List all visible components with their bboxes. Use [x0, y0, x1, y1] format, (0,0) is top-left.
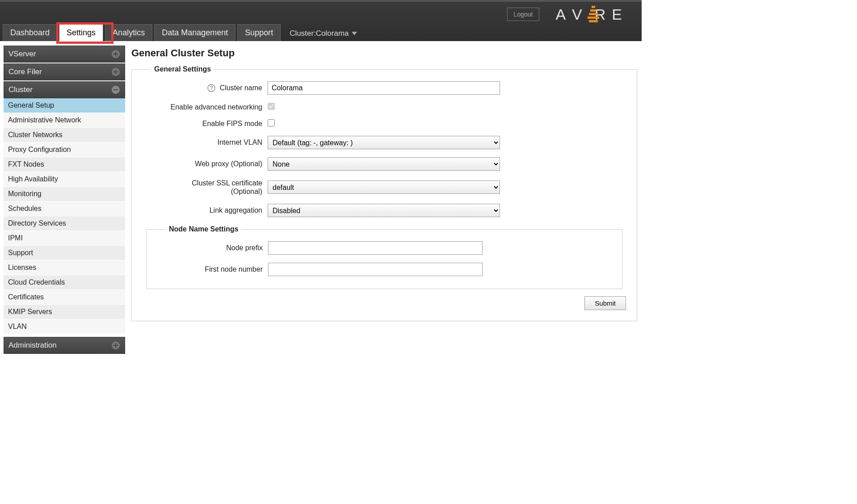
svg-rect-11 [113, 345, 118, 346]
select-ssl-cert[interactable]: default [268, 181, 500, 194]
row-adv-networking: Enable advanced networking [143, 103, 626, 111]
select-internet-vlan[interactable]: Default (tag: -, gateway: ) [268, 136, 500, 149]
submit-button[interactable]: Submit [584, 296, 626, 310]
label-adv-networking: Enable advanced networking [143, 103, 268, 111]
label-ssl-cert-line1: Cluster SSL certificate [192, 179, 262, 187]
sidebar-section-label: Core Filer [8, 67, 42, 76]
tab-dashboard[interactable]: Dashboard [3, 24, 57, 41]
sidebar-item-directory-services[interactable]: Directory Services [4, 216, 125, 231]
sidebar-section-vserver[interactable]: VServer [4, 46, 125, 63]
sidebar: VServer Core Filer Cluster General Setup… [4, 46, 125, 354]
sidebar-section-label: Cluster [8, 85, 33, 94]
tab-bar: Dashboard Settings Analytics Data Manage… [0, 25, 357, 41]
sidebar-item-administrative-network[interactable]: Administrative Network [4, 113, 125, 128]
sidebar-item-cloud-credentials[interactable]: Cloud Credentials [4, 275, 125, 290]
row-internet-vlan: Internet VLAN Default (tag: -, gateway: … [143, 136, 626, 149]
sidebar-item-general-setup[interactable]: General Setup [4, 98, 125, 113]
page-title: General Cluster Setup [131, 47, 637, 59]
label-ssl-cert: Cluster SSL certificate (Optional) [143, 179, 268, 196]
cluster-selector[interactable]: Cluster: Colorama [290, 29, 357, 41]
chevron-down-icon [352, 32, 357, 35]
header-top: Logout A V R E [0, 2, 642, 27]
tab-settings[interactable]: Settings [59, 24, 103, 41]
cluster-prefix: Cluster: [290, 29, 316, 38]
label-internet-vlan: Internet VLAN [143, 139, 268, 147]
row-link-agg: Link aggregation Disabled [143, 204, 626, 217]
legend-node-name: Node Name Settings [165, 225, 242, 233]
sidebar-section-administration[interactable]: Administration [4, 337, 125, 354]
sidebar-item-ipmi[interactable]: IPMI [4, 231, 125, 246]
label-link-agg: Link aggregation [143, 206, 268, 214]
svg-text:?: ? [210, 85, 213, 91]
row-node-prefix: Node prefix [157, 241, 611, 255]
sidebar-item-proxy-configuration[interactable]: Proxy Configuration [4, 143, 125, 157]
main-panel: General Cluster Setup General Settings ?… [131, 46, 637, 354]
logout-button[interactable]: Logout [507, 8, 540, 21]
header: Logout A V R E Dashboard Settings Analyt… [0, 0, 642, 41]
input-first-node-number[interactable] [268, 263, 483, 276]
sidebar-item-certificates[interactable]: Certificates [4, 290, 125, 305]
label-web-proxy: Web proxy (Optional) [143, 160, 268, 168]
svg-rect-3 [113, 54, 118, 55]
checkbox-fips[interactable] [268, 119, 275, 126]
sidebar-item-fxt-nodes[interactable]: FXT Nodes [4, 157, 125, 172]
sidebar-section-label: Administration [8, 341, 57, 350]
legend-general-settings: General Settings [151, 65, 214, 73]
sidebar-cluster-list: General Setup Administrative Network Clu… [4, 98, 125, 334]
input-cluster-name[interactable] [268, 81, 500, 95]
fieldset-general-settings: General Settings ? Cluster name Enable a… [131, 65, 637, 321]
row-ssl-cert: Cluster SSL certificate (Optional) defau… [143, 179, 626, 196]
logo-bars-icon [588, 6, 599, 22]
label-cluster-name: ? Cluster name [143, 84, 268, 92]
help-icon[interactable]: ? [207, 84, 215, 92]
tab-support[interactable]: Support [237, 24, 281, 41]
tab-data-management[interactable]: Data Management [154, 24, 235, 41]
label-node-prefix: Node prefix [157, 244, 268, 252]
sidebar-section-label: VServer [8, 50, 36, 59]
row-web-proxy: Web proxy (Optional) None [143, 157, 626, 171]
row-fips: Enable FIPS mode [143, 119, 626, 128]
plus-circle-icon [111, 341, 120, 350]
label-first-node-number: First node number [157, 265, 268, 273]
select-web-proxy[interactable]: None [268, 157, 500, 171]
submit-row: Submit [143, 296, 626, 310]
plus-circle-icon [111, 50, 120, 59]
tab-analytics[interactable]: Analytics [105, 24, 152, 41]
label-ssl-cert-line2: (Optional) [231, 187, 262, 196]
sidebar-item-high-availability[interactable]: High Availability [4, 172, 125, 187]
logo: A V R E [555, 6, 628, 23]
fieldset-node-name: Node Name Settings Node prefix First nod… [146, 225, 622, 289]
logo-letter-e: E [612, 6, 628, 23]
sidebar-section-cluster[interactable]: Cluster [4, 81, 125, 98]
input-node-prefix[interactable] [268, 241, 483, 255]
sidebar-item-monitoring[interactable]: Monitoring [4, 187, 125, 202]
sidebar-section-corefiler[interactable]: Core Filer [4, 63, 125, 80]
cluster-name: Colorama [316, 29, 349, 38]
sidebar-item-support[interactable]: Support [4, 246, 125, 260]
content: VServer Core Filer Cluster General Setup… [0, 41, 642, 363]
svg-rect-6 [113, 71, 118, 72]
row-first-node-number: First node number [157, 263, 611, 276]
sidebar-item-vlan[interactable]: VLAN [4, 319, 125, 334]
checkbox-adv-networking[interactable] [268, 103, 275, 110]
plus-circle-icon [111, 67, 120, 76]
minus-circle-icon [111, 85, 120, 94]
svg-rect-8 [113, 89, 118, 90]
sidebar-item-cluster-networks[interactable]: Cluster Networks [4, 128, 125, 143]
logo-letter-a: A [555, 6, 572, 23]
select-link-agg[interactable]: Disabled [268, 204, 500, 217]
sidebar-item-kmip-servers[interactable]: KMIP Servers [4, 305, 125, 319]
sidebar-item-schedules[interactable]: Schedules [4, 202, 125, 216]
row-cluster-name: ? Cluster name [143, 81, 626, 95]
logo-letter-v: V [572, 6, 588, 23]
svg-marker-0 [352, 32, 357, 35]
sidebar-item-licenses[interactable]: Licenses [4, 260, 125, 275]
label-text: Cluster name [220, 84, 262, 92]
label-fips: Enable FIPS mode [143, 120, 268, 128]
